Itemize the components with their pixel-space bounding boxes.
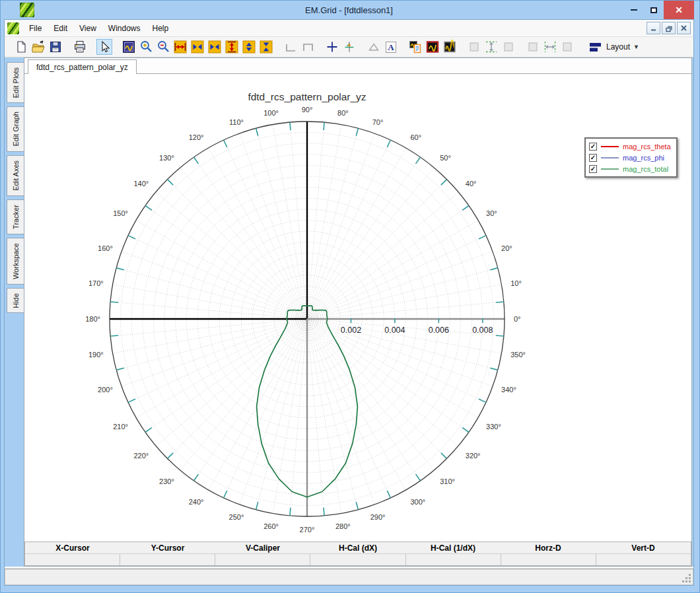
expand-vertical-button[interactable] (224, 39, 240, 55)
maximize-button[interactable] (644, 1, 664, 19)
toolbar-separator (64, 39, 71, 55)
fit-horizontal-in-button[interactable] (207, 39, 223, 55)
sidebar-tab-tracker[interactable]: Tracker (7, 199, 24, 234)
plot-report-icon (408, 40, 423, 54)
polar-gridline-spoke (307, 319, 446, 458)
angle-label: 70° (372, 118, 384, 126)
angle-label: 10° (510, 279, 522, 287)
angle-tick (110, 302, 118, 302)
sidebar-tab-edit-plots[interactable]: Edit Plots (7, 62, 24, 103)
tracker-column-v-caliper: V-Caliper (215, 542, 310, 553)
plot-report-button[interactable] (407, 39, 423, 55)
angle-tick (168, 180, 173, 185)
zoom-out-icon (156, 40, 170, 54)
polar-gridline-spoke (128, 319, 307, 402)
angle-tick (110, 335, 118, 336)
text-label-icon: A (384, 40, 398, 54)
tracker-value-cell (120, 554, 215, 565)
polar-gridline-spoke (240, 133, 307, 319)
sidebar-tab-edit-axes[interactable]: Edit Axes (7, 155, 24, 196)
angle-label: 50° (440, 154, 451, 162)
sidebar-tab-label: Edit Axes (12, 156, 20, 195)
fit-height-icon (484, 40, 499, 54)
sidebar-tab-label: Edit Plots (12, 63, 20, 102)
legend-checkbox[interactable]: ✓ (589, 165, 597, 173)
tracker-status-bar: X-CursorY-CursorV-CaliperH-Cal (dX)H-Cal… (24, 541, 691, 566)
mdi-restore-button[interactable] (662, 22, 676, 34)
angle-tick (224, 491, 227, 498)
minimize-button[interactable] (624, 1, 644, 19)
toolbar-separator (316, 39, 324, 55)
polar-gridline-spoke (194, 319, 307, 481)
plot-overlay-button[interactable] (442, 39, 458, 55)
corner-caliper-left-button (283, 39, 298, 55)
new-file-button[interactable] (13, 39, 29, 55)
tracker-column-horz-d: Horz-D (501, 542, 596, 553)
sidebar-tab-hide[interactable]: Hide (7, 288, 24, 314)
polar-gridline-spoke (307, 319, 390, 498)
angle-label: 80° (337, 109, 349, 117)
angle-label: 280° (335, 522, 351, 530)
layout-dropdown-button[interactable]: Layout▼ (583, 38, 645, 56)
legend-checkbox[interactable]: ✓ (589, 143, 597, 151)
angle-label: 180° (85, 315, 100, 323)
tracker-cross-icon (342, 40, 357, 54)
polar-gridline-spoke (256, 128, 307, 319)
print-button[interactable] (72, 39, 88, 55)
legend-checkbox[interactable]: ✓ (589, 154, 597, 162)
close-button[interactable]: ✕ (664, 1, 694, 19)
tracker-cross-button[interactable] (341, 39, 357, 55)
menu-item-edit[interactable]: Edit (48, 21, 73, 36)
save-file-button[interactable] (48, 39, 63, 55)
menu-item-windows[interactable]: Windows (102, 21, 147, 36)
select-cursor-button[interactable] (96, 39, 112, 55)
text-label-button[interactable]: A (383, 39, 399, 55)
sidebar-tab-label: Tracker (12, 200, 20, 234)
polar-gridline-spoke (307, 206, 469, 319)
legend-item: ✓mag_rcs_total (589, 163, 671, 174)
fit-horizontal-out-button[interactable] (190, 39, 205, 55)
zoom-out-button[interactable] (155, 39, 171, 55)
mdi-close-button[interactable] (677, 22, 691, 34)
mdi-minimize-button[interactable] (647, 22, 660, 34)
resize-grip[interactable] (682, 574, 691, 583)
new-file-icon (14, 40, 28, 54)
angle-label: 330° (486, 423, 501, 431)
document-tab[interactable]: fdtd_rcs_pattern_polar_yz (28, 59, 137, 74)
sidebar-tab-workspace[interactable]: Workspace (7, 238, 24, 285)
plot-properties-button[interactable] (121, 39, 137, 55)
expand-horizontal-button[interactable] (172, 39, 188, 55)
tracker-column-h-cal-1-dx-: H-Cal (1/dX) (405, 542, 501, 553)
fit-width-button (542, 39, 558, 55)
open-file-button[interactable] (30, 39, 46, 55)
legend-item-label: mag_rcs_theta (623, 143, 671, 151)
sidebar-tab-label: Workspace (12, 238, 20, 284)
mdi-window-buttons (647, 22, 691, 34)
window-title: EM.Grid - [fdtdlesson1] (4, 5, 694, 15)
toolbar-separator (358, 39, 365, 55)
angle-label: 320° (466, 452, 481, 460)
menu-item-file[interactable]: File (23, 21, 48, 36)
sidebar-tab-edit-graph[interactable]: Edit Graph (7, 106, 24, 152)
plot-area[interactable]: 0°10°20°30°40°50°60°70°80°90°100°110°120… (24, 74, 691, 541)
angle-tick (145, 206, 152, 211)
crosshair-button[interactable] (324, 39, 340, 55)
angle-tick (356, 502, 358, 510)
zoom-in-button[interactable] (138, 39, 154, 55)
box-left-a-button (466, 39, 482, 55)
legend-item-label: mag_rcs_phi (623, 154, 664, 162)
fit-vertical-out-button[interactable] (241, 39, 257, 55)
plot-frame-button[interactable] (425, 39, 440, 55)
polar-gridline-spoke (110, 302, 307, 319)
polar-gridline-spoke (307, 268, 498, 319)
menu-item-help[interactable]: Help (147, 21, 175, 36)
sidebar-tab-label: Hide (12, 289, 20, 313)
toolbar-separator (113, 39, 120, 55)
box-left-a-icon (467, 40, 481, 54)
angle-tick (116, 368, 124, 370)
tracker-value-cell (596, 554, 691, 565)
chevron-down-icon: ▼ (633, 44, 639, 50)
fit-vertical-in-button[interactable] (258, 39, 274, 55)
menu-item-view[interactable]: View (73, 21, 102, 36)
radial-tick-label: 0.008 (472, 326, 493, 335)
